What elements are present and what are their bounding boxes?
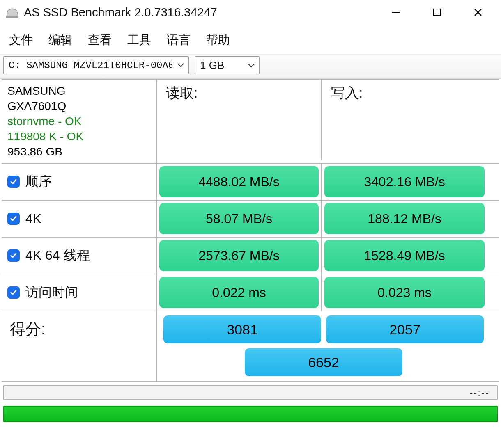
score-total: 6652 (245, 348, 402, 376)
progress-area: --:-- . (0, 382, 501, 422)
score-read: 3081 (163, 315, 321, 343)
seq-write: 3402.16 MB/s (324, 166, 485, 197)
drive-alignment: 119808 K - OK (7, 129, 83, 144)
results-grid: SAMSUNG GXA7601Q stornvme - OK 119808 K … (2, 79, 499, 382)
maximize-button[interactable] (429, 4, 445, 21)
checkbox-access[interactable] (7, 286, 20, 299)
row-seq: 顺序 4488.02 MB/s 3402.16 MB/s (2, 164, 499, 201)
row-access: 访问时间 0.022 ms 0.023 ms (2, 274, 499, 311)
device-select-value: C: SAMSUNG MZVL21T0HCLR-00A00 (9, 60, 172, 71)
row-4k64: 4K 64 线程 2573.67 MB/s 1528.49 MB/s (2, 238, 499, 274)
row-4k-label-cell: 4K (2, 201, 157, 237)
menu-help[interactable]: 帮助 (206, 32, 230, 48)
svg-rect-0 (6, 16, 18, 18)
drive-firmware: GXA7601Q (7, 99, 66, 113)
svg-rect-2 (434, 9, 440, 16)
row-access-label: 访问时间 (25, 283, 78, 302)
chevron-down-icon (177, 61, 184, 70)
k4-write: 188.12 MB/s (324, 203, 485, 234)
drive-vendor: SAMSUNG (7, 84, 66, 98)
score-area: 3081 2057 6652 (157, 311, 487, 381)
row-4k: 4K 58.07 MB/s 188.12 MB/s (2, 201, 499, 238)
drive-driver: stornvme - OK (7, 114, 81, 128)
row-4k64-label-cell: 4K 64 线程 (2, 238, 157, 274)
k4-64-read: 2573.67 MB/s (159, 240, 319, 271)
close-button[interactable] (470, 4, 486, 21)
progress-time: --:-- (469, 387, 490, 398)
row-score: 得分: 3081 2057 6652 (2, 311, 499, 382)
checkbox-4k[interactable] (7, 213, 20, 225)
header-read: 读取: (157, 80, 322, 160)
k4-64-write: 1528.49 MB/s (324, 240, 485, 271)
menu-edit[interactable]: 编辑 (48, 32, 72, 48)
access-write: 0.023 ms (324, 277, 485, 308)
menu-bar: 文件 编辑 查看 工具 语言 帮助 (0, 25, 501, 54)
access-read: 0.022 ms (159, 277, 319, 308)
progress-bar-idle: --:-- (3, 385, 498, 400)
selector-row: C: SAMSUNG MZVL21T0HCLR-00A00 1 GB (0, 54, 501, 79)
k4-read: 58.07 MB/s (159, 203, 319, 234)
title-bar: AS SSD Benchmark 2.0.7316.34247 (0, 0, 501, 25)
drive-capacity: 953.86 GB (7, 144, 62, 159)
seq-read: 4488.02 MB/s (159, 166, 319, 197)
minimize-button[interactable] (388, 4, 404, 21)
size-select-value: 1 GB (200, 59, 224, 72)
checkbox-seq[interactable] (7, 176, 20, 188)
checkbox-4k64[interactable] (7, 249, 20, 262)
app-icon (5, 6, 20, 18)
score-label: 得分: (2, 311, 157, 381)
row-seq-label-cell: 顺序 (2, 164, 157, 200)
menu-file[interactable]: 文件 (9, 32, 33, 48)
row-4k64-label: 4K 64 线程 (25, 247, 90, 265)
menu-tools[interactable]: 工具 (127, 32, 151, 48)
row-4k-label: 4K (25, 211, 41, 226)
chevron-down-icon (248, 61, 255, 70)
row-seq-label: 顺序 (25, 173, 52, 191)
window-controls (388, 4, 486, 21)
menu-language[interactable]: 语言 (167, 32, 191, 48)
progress-bar-done: . (3, 406, 498, 422)
drive-info: SAMSUNG GXA7601Q stornvme - OK 119808 K … (2, 80, 157, 163)
device-select[interactable]: C: SAMSUNG MZVL21T0HCLR-00A00 (3, 56, 189, 74)
score-write: 2057 (326, 315, 484, 343)
menu-view[interactable]: 查看 (88, 32, 112, 48)
window-title: AS SSD Benchmark 2.0.7316.34247 (24, 6, 371, 19)
header-write: 写入: (322, 80, 487, 160)
size-select[interactable]: 1 GB (195, 56, 260, 74)
header-row: SAMSUNG GXA7601Q stornvme - OK 119808 K … (2, 80, 499, 164)
app-window: AS SSD Benchmark 2.0.7316.34247 文件 编辑 查看… (0, 0, 501, 422)
row-access-label-cell: 访问时间 (2, 274, 157, 311)
